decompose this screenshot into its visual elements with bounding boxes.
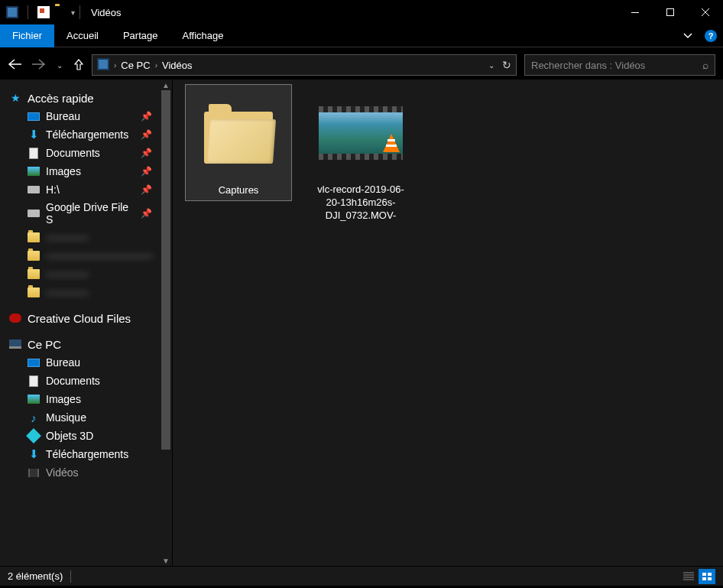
search-input[interactable] [531,60,702,71]
sidebar-item-bureau[interactable]: Bureau📌 [0,107,172,125]
view-large-icons-button[interactable] [699,569,715,584]
app-icon [6,6,18,18]
address-dropdown[interactable]: ⌄ [488,61,494,70]
video-item[interactable]: vlc-record-2019-06-20-13h16m26s-DJI_0732… [307,84,414,226]
scroll-thumb[interactable] [161,90,170,450]
sidebar-item-downloads[interactable]: ⬇Téléchargements📌 [0,125,172,144]
drive-icon [28,207,40,219]
folder-icon [190,88,287,180]
folder-icon [28,268,40,280]
folder-item-captures[interactable]: Captures [185,84,292,201]
breadcrumb-current[interactable]: Vidéos [162,60,193,71]
status-bar: 2 élément(s) [0,566,723,586]
desktop-icon [28,110,40,122]
sidebar-scrollbar[interactable]: ▲ ▼ [160,80,172,566]
document-icon [28,147,40,159]
folder-icon [28,231,40,243]
chevron-right-icon[interactable]: › [155,61,157,70]
tab-file[interactable]: Fichier [0,24,54,47]
download-icon: ⬇ [28,448,40,460]
sidebar-item-documents[interactable]: Documents📌 [0,144,172,162]
tab-view[interactable]: Affichage [170,24,235,47]
item-label: Captures [219,184,259,197]
pc-icon [9,338,21,350]
image-icon [28,165,40,177]
image-icon [28,393,40,405]
sidebar-creative-cloud[interactable]: Creative Cloud Files [0,309,172,327]
file-list[interactable]: Captures vlc-record-2019-06-20-13h16m26s… [173,80,723,566]
svg-rect-1 [8,8,17,17]
sidebar-item-recent[interactable]: ———— [0,228,172,246]
download-icon: ⬇ [28,128,40,141]
sidebar-this-pc[interactable]: Ce PC [0,335,172,353]
sidebar-pc-documents[interactable]: Documents [0,372,172,390]
status-item-count: 2 élément(s) [8,570,63,582]
title-bar: ▾ Vidéos [0,0,723,24]
chevron-right-icon[interactable]: › [114,61,116,70]
location-icon [97,58,109,73]
pin-icon: 📌 [141,166,152,177]
desktop-icon [28,356,40,369]
item-label: vlc-record-2019-06-20-13h16m26s-DJI_0732… [310,184,411,223]
sidebar-item-images[interactable]: Images📌 [0,162,172,180]
back-button[interactable] [8,59,21,72]
pin-icon: 📌 [141,129,152,140]
pin-icon: 📌 [141,111,152,122]
scroll-down-icon[interactable]: ▼ [160,555,172,566]
sidebar-item-drive-h[interactable]: H:\📌 [0,180,172,199]
minimize-button[interactable] [618,0,653,24]
sidebar-item-gdrive[interactable]: Google Drive File S📌 [0,199,172,228]
pin-icon: 📌 [141,208,152,219]
sidebar-quick-access[interactable]: ★Accès rapide [0,89,172,107]
svg-rect-3 [40,8,44,13]
maximize-button[interactable] [653,0,688,24]
qat-dropdown-icon[interactable]: ▾ [71,8,75,17]
sidebar-pc-3d[interactable]: Objets 3D [0,427,172,445]
sidebar-pc-music[interactable]: ♪Musique [0,408,172,427]
search-box[interactable]: ⌕ [524,54,715,76]
vlc-icon [383,132,400,152]
search-icon[interactable]: ⌕ [702,59,708,71]
tab-home[interactable]: Accueil [54,24,111,47]
up-button[interactable] [73,58,84,73]
sidebar-pc-images[interactable]: Images [0,390,172,408]
address-bar[interactable]: › Ce PC › Vidéos ⌄ ↻ [92,54,517,76]
video-thumbnail [312,87,410,179]
svg-rect-10 [702,577,706,580]
svg-rect-8 [702,573,706,576]
forward-button[interactable] [32,59,46,72]
pin-icon: 📌 [141,148,152,158]
3d-icon [28,430,40,442]
video-icon [28,466,40,479]
breadcrumb-root[interactable]: Ce PC [121,60,150,71]
qat-properties-icon[interactable] [37,6,50,18]
qat-folder-icon[interactable] [54,6,66,18]
star-icon: ★ [9,92,21,104]
sidebar-item-recent[interactable]: —————————— [0,246,172,265]
sidebar-pc-bureau[interactable]: Bureau [0,353,172,372]
help-icon: ? [705,30,717,42]
scroll-up-icon[interactable]: ▲ [160,80,172,90]
ribbon-expand-button[interactable] [677,33,699,39]
navigation-pane: ★Accès rapide Bureau📌 ⬇Téléchargements📌 … [0,80,173,566]
history-dropdown[interactable]: ⌄ [57,61,63,70]
svg-rect-9 [708,573,712,576]
view-details-button[interactable] [680,569,697,584]
qat-icons: ▾ [6,5,75,19]
help-button[interactable]: ? [699,30,723,42]
svg-rect-5 [667,9,674,16]
sidebar-pc-downloads[interactable]: ⬇Téléchargements [0,445,172,463]
sidebar-item-recent[interactable]: ———— [0,283,172,301]
close-button[interactable] [688,0,723,24]
svg-rect-7 [99,60,108,69]
window-title: Vidéos [91,7,122,18]
music-icon: ♪ [28,411,40,424]
sidebar-item-recent[interactable]: ———— [0,265,172,283]
pin-icon: 📌 [141,184,152,195]
tab-share[interactable]: Partage [111,24,170,47]
sidebar-pc-videos[interactable]: Vidéos [0,463,172,482]
document-icon [28,375,40,387]
drive-icon [28,184,40,196]
svg-rect-4 [631,12,639,13]
refresh-button[interactable]: ↻ [502,59,511,71]
